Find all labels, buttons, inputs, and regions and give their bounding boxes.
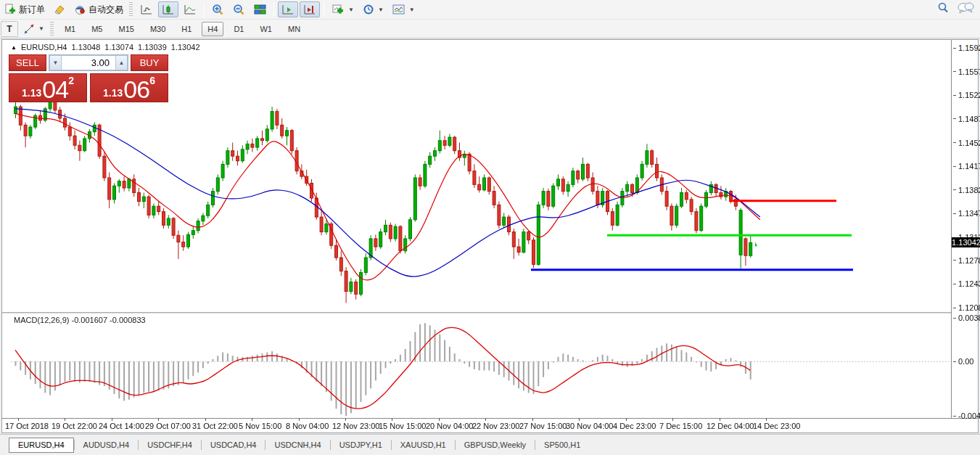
toolbar-right-group [936, 1, 974, 15]
date-axis-label: 29 Oct 07:00 [145, 422, 191, 430]
arrows-tool-icon [23, 23, 35, 35]
chart-tab-eurusd[interactable]: EURUSD,H4 [9, 438, 74, 453]
price-axis-label: 1.14170 [953, 162, 980, 171]
chart-tab-usdcnh[interactable]: USDCNH,H4 [265, 438, 329, 453]
sell-price-pip: 2 [68, 76, 74, 85]
sell-button[interactable]: SELL [9, 54, 46, 71]
buy-price-pip: 6 [149, 76, 155, 85]
toolbar-separator [204, 2, 205, 17]
collapse-triangle-icon[interactable]: ▲ [11, 44, 17, 51]
timeframe-button-m1[interactable]: M1 [59, 22, 81, 36]
one-click-trading-panel: SELL ▼ 3.00 ▲ BUY 1.13 04 2 1.13 06 6 [9, 54, 168, 102]
date-axis-label: 7 Dec 15:00 [659, 422, 702, 430]
date-axis-tick [720, 418, 720, 421]
chart-shift-button[interactable] [300, 1, 320, 17]
dropdown-arrow-icon: ▼ [409, 7, 415, 13]
date-axis-tick [766, 418, 767, 421]
date-axis-label: 31 Oct 22:00 [192, 422, 238, 430]
line-chart-icon [184, 4, 197, 15]
chart-shift-icon [303, 4, 316, 15]
add-indicator-dropdown[interactable]: ▼ [328, 1, 358, 17]
date-axis-label: 12 Nov 23:00 [332, 422, 379, 430]
volume-increase-button[interactable]: ▲ [115, 55, 128, 70]
macd-label: MACD(12,26,9) -0.001607 -0.000833 [14, 316, 146, 324]
timeframe-button-d1[interactable]: D1 [228, 22, 250, 36]
sell-price-prefix: 1.13 [22, 86, 41, 100]
chart-symbol-header: ▲ EURUSD,H4 1.13048 1.13074 1.13039 1.13… [11, 43, 200, 52]
auto-trading-label: 自动交易 [88, 4, 123, 16]
timeframe-button-m5[interactable]: M5 [86, 22, 108, 36]
timeframe-toolbar: T ▼ M1M5M15M30H1H4D1W1MN [0, 20, 980, 38]
sell-price-big: 04 [42, 78, 68, 100]
date-axis-tick [439, 418, 440, 421]
chart-tab-usdjpy[interactable]: USDJPY,H1 [331, 438, 391, 453]
chart-tab-bar: EURUSD,H4AUDUSD,H4USDCHF,H4USDCAD,H4USDC… [0, 434, 980, 455]
toolbar-grip [129, 2, 133, 17]
macd-indicator-canvas[interactable] [11, 314, 951, 419]
date-axis-label: 5 Nov 15:00 [239, 422, 281, 430]
date-axis-label: 24 Oct 14:00 [99, 422, 144, 430]
price-axis-label: 1.13820 [953, 186, 980, 194]
tile-windows-button[interactable] [250, 1, 270, 17]
date-axis-divider [2, 418, 978, 419]
timeframe-button-mn[interactable]: MN [282, 22, 306, 36]
date-axis-label: 14 Dec 23:00 [753, 422, 800, 430]
macd-axis-label: 0.003847 [953, 313, 980, 322]
timeframe-button-m30[interactable]: M30 [144, 22, 171, 36]
ohlc-low: 1.13039 [138, 43, 167, 52]
toolbar-separator [324, 2, 324, 17]
volume-decrease-button[interactable]: ▼ [49, 55, 62, 70]
drawing-tools-dropdown[interactable]: ▼ [20, 21, 48, 37]
macd-axis-label: 0.00 [953, 357, 973, 366]
date-axis-label: 12 Dec 04:00 [707, 422, 754, 430]
zoom-out-button[interactable] [229, 1, 249, 17]
date-axis-tick [112, 418, 112, 421]
indicator-window-divider[interactable] [2, 312, 951, 313]
chart-tab-usdchf[interactable]: USDCHF,H4 [139, 438, 201, 453]
chart-tab-xauusd[interactable]: XAUUSD,H1 [392, 438, 455, 453]
buy-button[interactable]: BUY [131, 54, 168, 71]
chart-tab-audusd[interactable]: AUDUSD,H4 [75, 438, 139, 453]
date-axis-tick [299, 418, 300, 421]
zoom-out-icon [233, 4, 245, 15]
timeframe-button-h4[interactable]: H4 [202, 22, 223, 36]
chart-eraser-button[interactable] [50, 1, 69, 17]
date-axis-tick [672, 418, 673, 421]
chat-icon[interactable] [957, 1, 974, 15]
period-dropdown[interactable]: ▼ [359, 1, 387, 17]
date-axis-tick [205, 418, 206, 421]
zoom-in-button[interactable] [208, 1, 228, 17]
buy-price-display[interactable]: 1.13 06 6 [90, 73, 168, 102]
timeframe-button-w1[interactable]: W1 [254, 22, 278, 36]
timeframe-button-m15[interactable]: M15 [112, 22, 139, 36]
price-axis-label: 1.15220 [953, 91, 980, 99]
text-tool-button[interactable]: T [1, 21, 18, 37]
price-axis-label: 1.15920 [953, 44, 980, 52]
bar-chart-mode-button[interactable] [136, 1, 157, 17]
candlestick-mode-button[interactable] [158, 1, 178, 17]
volume-input[interactable]: 3.00 [62, 55, 115, 70]
date-axis-tick [626, 418, 627, 421]
date-axis-label: 17 Oct 2018 [5, 422, 49, 430]
dropdown-arrow-icon: ▼ [38, 25, 44, 32]
date-axis-label: 22 Nov 23:00 [472, 422, 519, 430]
price-axis-divider [951, 40, 952, 418]
timeframe-button-h1[interactable]: H1 [176, 22, 197, 36]
template-icon [392, 4, 405, 15]
line-chart-mode-button[interactable] [180, 1, 200, 17]
dropdown-arrow-icon: ▼ [348, 7, 354, 13]
date-axis-tick [252, 418, 252, 421]
template-dropdown[interactable]: ▼ [389, 1, 419, 17]
search-icon[interactable] [936, 1, 950, 15]
sell-price-display[interactable]: 1.13 04 2 [9, 73, 87, 102]
volume-spinner: ▼ 3.00 ▲ [49, 54, 128, 71]
toolbar-grip [50, 22, 54, 36]
auto-trading-button[interactable]: 自动交易 [70, 1, 127, 17]
chart-tab-gbpusd[interactable]: GBPUSD,Weekly [456, 438, 535, 453]
chart-tab-usdcad[interactable]: USDCAD,H4 [202, 438, 265, 453]
new-order-button[interactable]: 新订单 [1, 1, 49, 17]
date-axis-label: 15 Nov 15:00 [379, 422, 426, 430]
chart-tab-sp500[interactable]: SP500,H1 [535, 438, 589, 453]
date-axis-tick [532, 418, 533, 421]
auto-scroll-button[interactable] [278, 1, 298, 17]
